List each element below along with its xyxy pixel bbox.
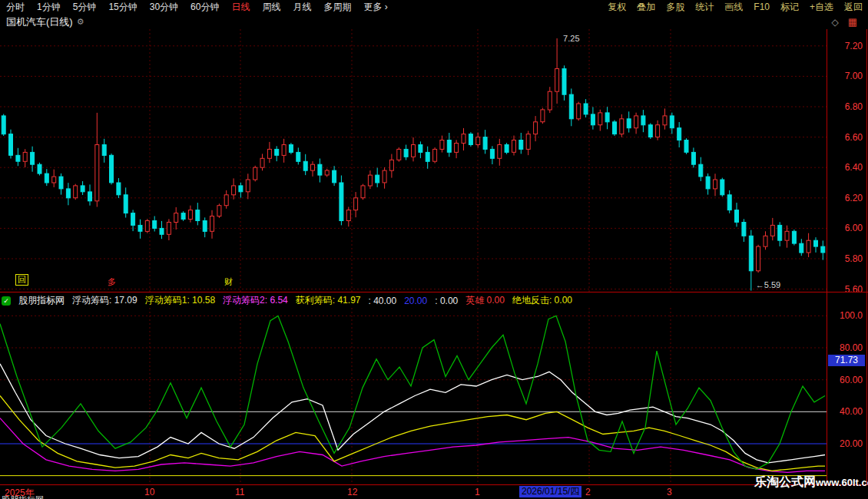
- indicator-axis-label: 40.00: [840, 406, 863, 417]
- indicator-axis-label: 60.00: [840, 375, 863, 385]
- menu-item-分时[interactable]: 分时: [0, 0, 31, 15]
- title-icons: ◇ ▦: [831, 16, 862, 28]
- watermark-url: www.60lt.com: [816, 477, 868, 488]
- indicator-line-获利筹码: [0, 316, 825, 469]
- menu-item-60分钟[interactable]: 60分钟: [184, 0, 225, 15]
- svg-text:←5.59: ←5.59: [756, 280, 780, 289]
- menu-item-画线[interactable]: 画线: [719, 0, 748, 15]
- menu-item-复权[interactable]: 复权: [602, 0, 631, 15]
- indicator-axis-label: 100.0: [840, 310, 863, 321]
- indicator-source-icon: ✓: [2, 296, 11, 306]
- date-axis: 2026/01/15/四 2025年101112123: [0, 485, 868, 499]
- menu-item-统计[interactable]: 统计: [690, 0, 719, 15]
- title-bar: 国机汽车(日线) ⚙ ◇ ▦: [0, 15, 868, 29]
- price-axis-label: 6.20: [845, 193, 863, 203]
- indicator-line-浮动筹码1: [0, 396, 825, 471]
- date-label-3: 3: [667, 487, 672, 497]
- indicator-panel[interactable]: [0, 308, 827, 484]
- date-label-2: 2: [585, 487, 591, 497]
- chart-marker-多[interactable]: 多: [108, 277, 116, 287]
- gear-icon[interactable]: ⚙: [77, 17, 84, 27]
- menu-item-+自选[interactable]: +自选: [804, 0, 839, 15]
- indicator-header-segment-7: 英雄 0.00: [465, 294, 505, 307]
- menu-item-日线[interactable]: 日线: [225, 0, 256, 15]
- price-axis-label: 6.80: [845, 101, 863, 112]
- diamond-icon[interactable]: ◇: [831, 17, 838, 28]
- date-label-1: 1: [475, 487, 480, 497]
- menu-item-多周期[interactable]: 多周期: [317, 0, 357, 15]
- menu-left: 分时1分钟5分钟15分钟30分钟60分钟日线周线月线多周期更多 ›: [0, 0, 394, 15]
- date-label-10: 10: [144, 487, 154, 497]
- price-axis: 7.207.006.806.606.406.206.005.805.60: [827, 29, 867, 292]
- menu-item-F10[interactable]: F10: [748, 0, 775, 15]
- chart-indicator-divider: [0, 292, 868, 292]
- price-axis-label: 7.20: [845, 41, 863, 51]
- menu-item-叠加[interactable]: 叠加: [631, 0, 661, 15]
- indicator-header-segment-3: 获利筹码: 41.97: [296, 294, 361, 307]
- menu-item-30分钟[interactable]: 30分钟: [144, 0, 184, 15]
- price-axis-label: 5.80: [845, 253, 863, 264]
- menu-item-月线[interactable]: 月线: [287, 0, 317, 15]
- indicator-source-label: 股朋指标网: [18, 294, 65, 307]
- indicator-header-segment-0: 浮动筹码: 17.09: [72, 294, 137, 307]
- main-chart-area[interactable]: 7.25←5.59: [0, 29, 827, 292]
- indicator-value-badge: 71.73: [828, 355, 865, 366]
- menu-item-15分钟[interactable]: 15分钟: [102, 0, 143, 15]
- chart-marker-财[interactable]: 财: [224, 277, 233, 287]
- menu-item-1分钟[interactable]: 1分钟: [31, 0, 67, 15]
- menu-item-周线[interactable]: 周线: [256, 0, 287, 15]
- panel-layout-icon[interactable]: ▦: [848, 16, 857, 28]
- indicator-axis: 100.080.0060.0040.0020.00: [827, 308, 867, 484]
- price-axis-label: 6.40: [845, 162, 863, 173]
- indicator-header-segment-2: 浮动筹码2: 6.54: [223, 294, 288, 307]
- watermark: 乐淘公式网www.60lt.com: [754, 474, 868, 491]
- trading-app: 分时1分钟5分钟15分钟30分钟60分钟日线周线月线多周期更多 › 复权叠加多股…: [0, 0, 868, 499]
- page-title: 国机汽车(日线): [6, 15, 73, 29]
- indicator-line-浮动筹码: [0, 364, 825, 463]
- watermark-cn: 乐淘公式网: [754, 475, 816, 488]
- menu-item-5分钟[interactable]: 5分钟: [67, 0, 103, 15]
- menu-right: 复权叠加多股统计画线F10标记+自选返回: [602, 0, 868, 15]
- indicator-axis-label: 80.00: [840, 342, 863, 353]
- menu-item-多股[interactable]: 多股: [661, 0, 690, 15]
- indicator-axis-label: 20.00: [840, 438, 863, 449]
- indicator-header: ✓ 股朋指标网 浮动筹码: 17.09浮动筹码1: 10.58浮动筹码2: 6.…: [2, 294, 572, 307]
- menu-item-更多 ›[interactable]: 更多 ›: [357, 0, 393, 15]
- menu-item-返回[interactable]: 返回: [839, 0, 868, 15]
- date-label-11: 11: [235, 487, 244, 497]
- price-axis-label: 7.00: [845, 71, 863, 81]
- date-label-12: 12: [347, 487, 357, 497]
- candlestick-chart[interactable]: 7.25←5.59: [0, 29, 827, 292]
- price-axis-label: 6.00: [845, 223, 863, 233]
- date-highlight: 2026/01/15/四: [519, 486, 581, 497]
- svg-text:7.25: 7.25: [563, 34, 579, 43]
- price-axis-label: 6.60: [845, 132, 863, 143]
- indicator-header-segment-1: 浮动筹码1: 10.58: [145, 294, 215, 307]
- menu-item-标记[interactable]: 标记: [775, 0, 804, 15]
- footer-partial-label: 股朋指标网: [2, 495, 44, 499]
- indicator-header-segment-6: : 0.00: [435, 296, 458, 306]
- chart-marker-回[interactable]: 回: [15, 274, 28, 286]
- indicator-chart[interactable]: [0, 308, 827, 484]
- top-menu-bar: 分时1分钟5分钟15分钟30分钟60分钟日线周线月线多周期更多 › 复权叠加多股…: [0, 0, 868, 15]
- indicator-header-segment-4: : 40.00: [368, 296, 396, 306]
- indicator-header-segment-5: 20.00: [404, 296, 427, 306]
- price-axis-label: 5.60: [845, 284, 863, 295]
- indicator-header-segment-8: 绝地反击: 0.00: [512, 294, 572, 307]
